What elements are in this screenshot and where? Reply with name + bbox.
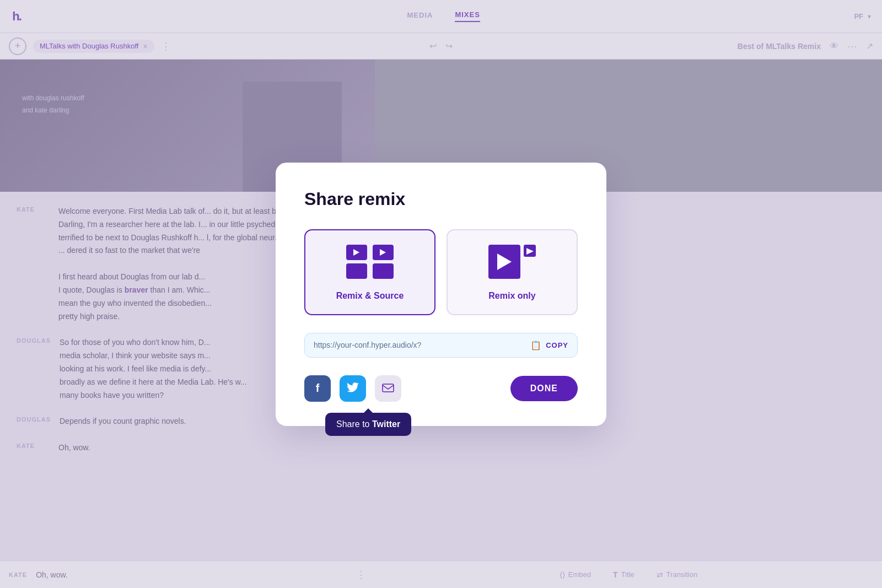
share-options: Remix & Source Remix only xyxy=(304,229,578,315)
modal-title: Share remix xyxy=(304,189,578,209)
remix-only-label: Remix only xyxy=(488,291,535,301)
email-button[interactable] xyxy=(375,375,401,402)
tooltip-bold: Twitter xyxy=(372,419,400,429)
svg-rect-10 xyxy=(383,384,394,392)
share-url: https://your-conf.hyper.audio/x? xyxy=(314,341,530,349)
social-icons: f xyxy=(304,375,510,402)
twitter-icon xyxy=(347,381,359,396)
svg-rect-2 xyxy=(346,263,367,279)
remix-source-icon xyxy=(345,244,395,282)
tooltip-prefix: Share to xyxy=(336,419,372,429)
svg-rect-3 xyxy=(373,263,394,279)
copy-button[interactable]: COPY xyxy=(546,341,568,349)
remix-source-label: Remix & Source xyxy=(336,291,404,301)
url-row: https://your-conf.hyper.audio/x? 📋 COPY xyxy=(304,333,578,358)
twitter-button[interactable] xyxy=(340,375,366,402)
facebook-button[interactable]: f xyxy=(304,375,331,402)
share-modal: Share remix xyxy=(276,163,606,426)
twitter-tooltip: Share to Twitter xyxy=(325,413,411,436)
done-button[interactable]: DONE xyxy=(510,376,578,401)
social-row: f xyxy=(304,375,578,402)
remix-source-card[interactable]: Remix & Source xyxy=(304,229,435,315)
remix-only-icon xyxy=(487,244,537,282)
modal-overlay: Share remix xyxy=(0,0,882,588)
clipboard-icon: 📋 xyxy=(530,340,541,350)
email-icon xyxy=(382,381,394,396)
remix-only-card[interactable]: Remix only xyxy=(447,229,578,315)
facebook-icon: f xyxy=(316,382,320,395)
